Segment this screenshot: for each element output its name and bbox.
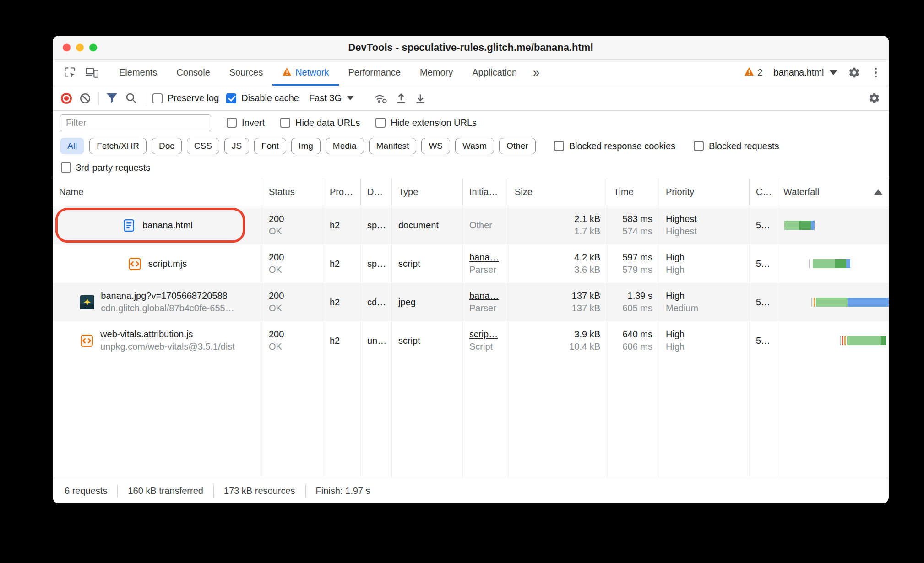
column-priority[interactable]: Priority <box>659 178 750 206</box>
filter-input[interactable] <box>60 114 211 131</box>
request-name-cell[interactable]: script.mjs <box>53 244 262 283</box>
waterfall-cell <box>777 206 889 244</box>
chip-doc[interactable]: Doc <box>152 138 182 154</box>
checkbox-checked[interactable] <box>226 93 236 103</box>
chip-ws[interactable]: WS <box>421 138 450 154</box>
record-network-log-button[interactable] <box>61 93 72 104</box>
request-name: banana.html <box>142 219 193 232</box>
request-path: unpkg.com/web-vitals@3.5.1/dist <box>100 341 235 353</box>
more-tabs-button[interactable]: » <box>527 60 546 86</box>
request-name-cell[interactable]: web-vitals.attribution.js unpkg.com/web-… <box>53 321 262 360</box>
third-party-requests-checkbox[interactable]: 3rd-party requests <box>61 162 150 173</box>
table-row-web-vitals[interactable]: web-vitals.attribution.js unpkg.com/web-… <box>53 321 889 360</box>
domain-cell: un… <box>361 321 392 360</box>
tab-memory[interactable]: Memory <box>410 60 462 86</box>
checkbox-unchecked[interactable] <box>280 118 290 128</box>
network-settings-gear-icon[interactable] <box>868 92 881 104</box>
initiator-link[interactable]: bana… <box>469 290 501 302</box>
checkbox-unchecked[interactable] <box>61 162 71 173</box>
blocked-response-cookies-checkbox[interactable]: Blocked response cookies <box>554 141 675 152</box>
table-row-banana-jpg[interactable]: banana.jpg?v=1705668720588 cdn.glitch.gl… <box>53 283 889 321</box>
import-har-icon[interactable] <box>395 92 407 104</box>
chip-other[interactable]: Other <box>499 138 536 154</box>
tab-application[interactable]: Application <box>462 60 527 86</box>
request-name-cell[interactable]: banana.jpg?v=1705668720588 cdn.glitch.gl… <box>53 283 262 321</box>
devtools-window: DevTools - speculative-rules.glitch.me/b… <box>53 36 889 503</box>
script-icon <box>80 334 94 348</box>
chip-css[interactable]: CSS <box>187 138 219 154</box>
throttling-select[interactable]: Fast 3G <box>309 93 353 103</box>
column-waterfall[interactable]: Waterfall <box>777 178 889 206</box>
size-cell: 3.9 kB 10.4 kB <box>508 321 607 360</box>
column-type[interactable]: Type <box>392 178 463 206</box>
column-connection[interactable]: C… <box>750 178 777 206</box>
connection-cell: 5… <box>750 283 777 321</box>
chip-media[interactable]: Media <box>326 138 364 154</box>
checkbox-unchecked[interactable] <box>152 93 163 103</box>
chip-manifest[interactable]: Manifest <box>369 138 417 154</box>
checkbox-unchecked[interactable] <box>694 141 704 151</box>
waterfall-cell <box>777 244 889 283</box>
request-name-cell[interactable]: banana.html <box>53 206 262 244</box>
device-toolbar-icon[interactable] <box>81 60 103 86</box>
column-initiator[interactable]: Initia… <box>463 178 508 206</box>
chip-all[interactable]: All <box>60 138 84 154</box>
column-protocol[interactable]: Pro… <box>323 178 361 206</box>
tab-elements[interactable]: Elements <box>109 60 167 86</box>
priority-cell: High Medium <box>659 283 750 321</box>
chip-js[interactable]: JS <box>224 138 249 154</box>
table-header: Name Status Pro… D… Type Initia… Size Ti… <box>53 178 889 206</box>
column-name[interactable]: Name <box>53 178 262 206</box>
search-icon[interactable] <box>125 92 137 104</box>
connection-cell: 5… <box>750 244 777 283</box>
table-row-banana-html[interactable]: banana.html 200 OK h2 sp… document Other… <box>53 206 889 244</box>
toolbar-divider <box>98 92 99 105</box>
table-row-script-mjs[interactable]: script.mjs 200 OK h2 sp… script bana… Pa… <box>53 244 889 283</box>
context-selector[interactable]: banana.html <box>773 67 837 78</box>
chip-fetch-xhr[interactable]: Fetch/XHR <box>89 138 147 154</box>
hide-data-urls-checkbox[interactable]: Hide data URLs <box>280 118 360 128</box>
column-time[interactable]: Time <box>607 178 659 206</box>
export-har-icon[interactable] <box>414 92 426 104</box>
initiator-link[interactable]: bana… <box>469 251 501 264</box>
clear-network-log-icon[interactable] <box>79 92 91 104</box>
more-options-kebab-icon[interactable] <box>871 66 881 80</box>
filter-funnel-icon[interactable] <box>106 93 118 103</box>
checkbox-unchecked[interactable] <box>554 141 564 151</box>
summary-statusbar: 6 requests 160 kB transferred 173 kB res… <box>53 478 889 503</box>
chip-font[interactable]: Font <box>254 138 286 154</box>
column-size[interactable]: Size <box>508 178 607 206</box>
chip-wasm[interactable]: Wasm <box>455 138 494 154</box>
tab-sources[interactable]: Sources <box>220 60 272 86</box>
hide-extension-urls-checkbox[interactable]: Hide extension URLs <box>375 118 477 128</box>
preserve-log-checkbox[interactable]: Preserve log <box>152 93 219 103</box>
tab-performance[interactable]: Performance <box>339 60 411 86</box>
chip-img[interactable]: Img <box>291 138 321 154</box>
issues-counter[interactable]: 2 <box>744 67 762 78</box>
initiator-link[interactable]: scrip… <box>469 328 501 341</box>
priority-cell: Highest Highest <box>659 206 750 244</box>
minimize-window-button[interactable] <box>76 43 84 51</box>
blocked-requests-checkbox[interactable]: Blocked requests <box>694 141 779 152</box>
disable-cache-checkbox[interactable]: Disable cache <box>226 93 299 103</box>
network-warning-icon <box>282 67 292 78</box>
settings-gear-icon[interactable] <box>848 66 860 79</box>
image-thumbnail-icon <box>80 295 94 309</box>
tab-console[interactable]: Console <box>167 60 219 86</box>
tab-network[interactable]: Network <box>272 60 338 86</box>
time-cell: 597 ms 579 ms <box>607 244 659 283</box>
zoom-window-button[interactable] <box>89 43 97 51</box>
column-domain[interactable]: D… <box>361 178 392 206</box>
request-name: web-vitals.attribution.js <box>100 328 235 341</box>
domain-cell: sp… <box>361 206 392 244</box>
inspect-element-icon[interactable] <box>59 60 81 86</box>
issues-count: 2 <box>757 67 762 78</box>
invert-checkbox[interactable]: Invert <box>227 118 265 128</box>
checkbox-unchecked[interactable] <box>227 118 237 128</box>
checkbox-unchecked[interactable] <box>375 118 386 128</box>
network-conditions-icon[interactable] <box>374 92 388 104</box>
type-cell: document <box>392 206 463 244</box>
close-window-button[interactable] <box>63 43 71 51</box>
column-status[interactable]: Status <box>262 178 323 206</box>
third-party-row: 3rd-party requests <box>53 157 889 178</box>
